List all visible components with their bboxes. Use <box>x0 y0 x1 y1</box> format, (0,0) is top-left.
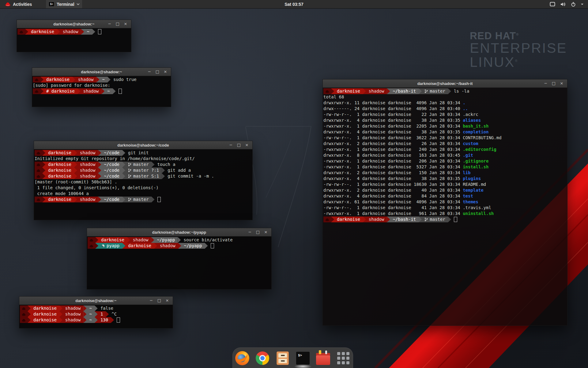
rhel-logo-linux: LINUX® <box>470 55 567 69</box>
window-titlebar[interactable]: darknoise@shadow:~/code−□× <box>34 141 252 149</box>
host-segment: shadow <box>77 173 98 179</box>
powerline-arrow-icon <box>122 150 125 156</box>
terminal-content[interactable]: darknoiseshadow~falsedarknoiseshadow~1^C… <box>19 305 173 328</box>
minimize-button[interactable]: − <box>543 81 548 86</box>
powerline-arrow-icon <box>95 237 98 243</box>
powerline-arrow-icon <box>122 167 125 173</box>
close-button[interactable]: × <box>163 69 168 75</box>
terminal-window-code: darknoise@shadow:~/code−□×darknoiseshado… <box>34 141 253 220</box>
system-status-area[interactable] <box>550 2 588 7</box>
files-icon <box>277 351 289 365</box>
maximize-button[interactable]: □ <box>236 142 241 148</box>
redhat-prompt-icon <box>36 198 40 201</box>
maximize-button[interactable]: □ <box>115 21 120 27</box>
host-segment: shadow <box>81 88 102 94</box>
git-branch-label: master ?:1 <box>133 167 159 173</box>
clock[interactable]: Sat 03:57 <box>281 1 306 7</box>
display-icon[interactable] <box>550 2 555 6</box>
close-button[interactable]: × <box>165 298 170 303</box>
activities-button[interactable]: Activities <box>3 0 34 8</box>
powerline-arrow-icon <box>387 217 390 222</box>
ls-output-line: drwx------. 24 darknoise darknoise 4096 … <box>323 106 567 112</box>
close-button[interactable]: × <box>263 229 268 235</box>
volume-icon[interactable] <box>560 2 566 7</box>
git-branch-icon <box>128 163 131 167</box>
minimize-button[interactable]: − <box>107 21 112 27</box>
ls-output-line: -rw-rw-r--. 1 darknoise darknoise 41 Jan… <box>323 205 567 211</box>
git-branch-icon <box>424 217 428 221</box>
dock-item-firefox[interactable] <box>235 351 250 366</box>
prompt-line: # darknoiseshadow~ <box>33 88 171 94</box>
powerline-arrow-icon <box>40 88 43 94</box>
user-segment: darknoise <box>125 243 154 249</box>
powerline-arrow-icon <box>25 29 28 35</box>
exit-segment: 130 <box>98 317 111 323</box>
powerline-arrow-icon <box>42 162 45 167</box>
file-name: test <box>463 194 473 198</box>
dock-item-terminal[interactable]: $> <box>296 351 310 366</box>
icon-segment <box>20 311 28 317</box>
terminal-cursor <box>119 89 122 94</box>
ls-output-line: drwxrwxr-x. 11 darknoise darknoise 4096 … <box>323 100 567 106</box>
window-titlebar[interactable]: darknoise@shadow:~/pyapp−□× <box>87 228 271 236</box>
file-name: .ackrc <box>463 112 478 117</box>
maximize-button[interactable]: □ <box>155 69 160 75</box>
command-text: git commit -a -m . <box>168 173 214 179</box>
app-menu-terminal[interactable]: $> Terminal <box>46 0 82 8</box>
powerline-arrow-icon <box>419 217 422 222</box>
maximize-button[interactable]: □ <box>551 81 556 86</box>
minimize-button[interactable]: − <box>147 69 152 75</box>
file-name: plugins <box>463 176 481 181</box>
close-button[interactable]: × <box>123 21 128 27</box>
icon-segment <box>323 88 331 94</box>
path-segment: ~/code <box>101 167 122 173</box>
power-icon[interactable] <box>571 2 576 7</box>
terminal-content[interactable]: darknoiseshadow~sudo true[sudo] password… <box>32 76 171 107</box>
window-titlebar[interactable]: darknoise@shadow:~−□× <box>32 68 171 76</box>
ls-output-line: drwxrwxr-x. 2 darknoise darknoise 40 Jan… <box>323 187 567 193</box>
chevron-down-icon[interactable] <box>581 3 584 6</box>
path-segment: ~/bash-it <box>390 217 419 222</box>
toolbox-icon <box>316 355 330 365</box>
minimize-button[interactable]: − <box>149 298 154 303</box>
dock-item-files[interactable] <box>275 351 290 366</box>
command-text: source bin/activate <box>183 237 232 243</box>
ls-output-line: drwxrwxr-x. 61 darknoise darknoise 4096 … <box>323 199 567 205</box>
icon-segment <box>35 173 42 179</box>
powerline-arrow-icon <box>122 197 125 202</box>
minimize-button[interactable]: − <box>228 142 233 148</box>
dock-item-show-applications[interactable] <box>336 351 351 366</box>
powerline-arrow-icon <box>28 305 31 311</box>
window-titlebar[interactable]: darknoise@shadow:~−□× <box>17 20 131 28</box>
user-segment: darknoise <box>45 167 74 173</box>
powerline-arrow-icon <box>59 305 62 311</box>
user-segment: darknoise <box>31 311 59 317</box>
terminal-content[interactable]: darknoiseshadow~/bash-itmasterls -latota… <box>323 87 567 325</box>
user-segment: darknoise <box>28 29 57 35</box>
git-branch-icon <box>128 168 131 172</box>
window-titlebar[interactable]: darknoise@shadow:~−□× <box>19 297 173 305</box>
terminal-cursor <box>157 197 161 202</box>
close-button[interactable]: × <box>244 142 249 148</box>
maximize-button[interactable]: □ <box>255 229 260 235</box>
terminal-content[interactable]: darknoiseshadow~/codegit initInitialized… <box>34 149 252 220</box>
terminal-window-pyapp: darknoise@shadow:~/pyapp−□×darknoiseshad… <box>87 228 272 289</box>
terminal-content[interactable]: darknoiseshadow~ <box>17 28 131 52</box>
path-segment: ~/code <box>101 173 122 179</box>
path-segment: ~ <box>99 77 107 82</box>
dock-item-toolbox[interactable] <box>316 351 330 366</box>
terminal-content[interactable]: darknoiseshadow~/pyappsource bin/activat… <box>87 236 271 289</box>
window-titlebar[interactable]: darknoise@shadow:~/bash-it−□× <box>323 79 567 88</box>
git-branch-label: master <box>430 88 445 94</box>
powerline-arrow-icon <box>40 77 43 82</box>
powerline-arrow-icon <box>74 167 77 173</box>
host-segment: shadow <box>77 162 98 167</box>
maximize-button[interactable]: □ <box>157 298 162 303</box>
close-button[interactable]: × <box>559 81 564 86</box>
app-menu-label: Terminal <box>57 2 74 7</box>
ls-output-line: drwxrwxr-x. 2 darknoise darknoise 150 Ja… <box>323 170 567 176</box>
minimize-button[interactable]: − <box>247 229 252 235</box>
powerline-arrow-icon <box>122 173 125 179</box>
dock-item-chrome[interactable] <box>255 351 270 366</box>
ls-output-line: -rw-rw-r--. 1 darknoise darknoise 22 Jan… <box>323 112 567 117</box>
